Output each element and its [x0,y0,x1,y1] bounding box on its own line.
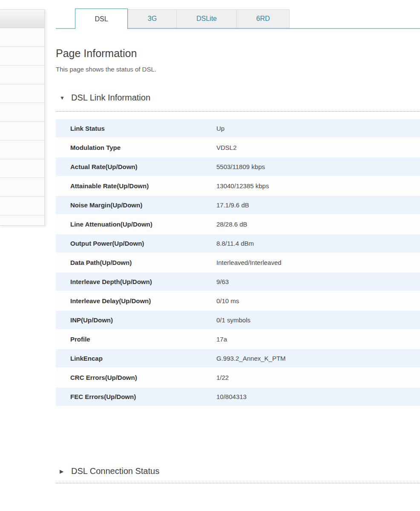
tab-dslite[interactable]: DSLite [176,9,237,28]
row-label: LinkEncap [70,355,216,362]
side-menu [0,9,45,226]
side-menu-item[interactable] [0,66,44,84]
row-value: 9/63 [216,278,229,285]
side-menu-item[interactable] [0,159,44,178]
side-menu-header [0,10,44,28]
side-menu-item[interactable] [0,47,44,66]
dsl-link-information-table: Link Status Up Modulation Type VDSL2 Act… [56,119,420,407]
table-row: CRC Errors(Up/Down) 1/22 [56,368,420,388]
row-label: Interleave Depth(Up/Down) [70,278,216,285]
table-row: Actual Rate(Up/Down) 5503/11809 kbps [56,158,420,177]
main-content: DSL 3G DSLite 6RD Page Information This … [56,0,420,483]
section-title: DSL Connection Status [71,466,159,476]
side-menu-item[interactable] [0,28,44,47]
row-value: 8.8/11.4 dBm [216,240,254,247]
row-label: CRC Errors(Up/Down) [70,374,216,381]
side-menu-item[interactable] [0,84,44,103]
table-row: Noise Margin(Up/Down) 17.1/9.6 dB [56,196,420,215]
row-value: 0/1 symbols [216,316,250,324]
table-row: Output Power(Up/Down) 8.8/11.4 dBm [56,234,420,253]
row-value: 5503/11809 kbps [216,163,265,170]
row-value: Up [216,125,224,132]
row-value: 28/28.6 dB [216,221,247,228]
table-row: Interleave Depth(Up/Down) 9/63 [56,273,420,292]
row-label: Modulation Type [70,144,216,151]
side-menu-item[interactable] [0,215,44,226]
row-value: G.993.2_Annex_K_PTM [216,355,286,362]
row-value: 0/10 ms [216,297,239,304]
row-label: Attainable Rate(Up/Down) [70,182,216,189]
row-label: Interleave Delay(Up/Down) [70,297,216,304]
triangle-right-icon: ▶ [60,468,66,474]
table-row: LinkEncap G.993.2_Annex_K_PTM [56,349,420,368]
table-row: Attainable Rate(Up/Down) 13040/12385 kbp… [56,177,420,196]
side-menu-item[interactable] [0,141,44,159]
row-label: Profile [70,336,216,343]
row-value: VDSL2 [216,144,237,151]
table-row: Interleave Delay(Up/Down) 0/10 ms [56,292,420,311]
wan-status-tabbar: DSL 3G DSLite 6RD [56,9,420,29]
table-row: Link Status Up [56,119,420,138]
row-value: Interleaved/Interleaved [216,259,282,266]
table-row: Profile 17a [56,330,420,349]
section-toggle-dsl-link-information[interactable]: ▼ DSL Link Information [56,93,420,112]
row-value: 17.1/9.6 dB [216,201,249,209]
side-menu-item[interactable] [0,197,44,215]
row-label: Noise Margin(Up/Down) [70,201,216,209]
row-value: 13040/12385 kbps [216,182,269,189]
row-label: Data Path(Up/Down) [70,259,216,266]
table-row: INP(Up/Down) 0/1 symbols [56,311,420,330]
tab-3g[interactable]: 3G [128,9,177,28]
tab-6rd[interactable]: 6RD [236,9,290,28]
section-title: DSL Link Information [71,93,150,103]
row-label: Link Status [70,125,216,132]
page-title: Page Information [56,47,420,60]
page-description: This page shows the status of DSL. [56,66,420,73]
row-value: 17a [216,336,227,343]
table-row: Modulation Type VDSL2 [56,138,420,158]
table-row: FEC Errors(Up/Down) 10/804313 [56,388,420,407]
table-row: Line Attenuation(Up/Down) 28/28.6 dB [56,215,420,234]
side-menu-item[interactable] [0,178,44,197]
row-label: Actual Rate(Up/Down) [70,163,216,170]
triangle-down-icon: ▼ [60,95,66,101]
row-value: 10/804313 [216,393,247,400]
section-toggle-dsl-connection-status[interactable]: ▶ DSL Connection Status [56,466,420,483]
row-label: FEC Errors(Up/Down) [70,393,216,400]
row-label: Output Power(Up/Down) [70,240,216,247]
table-row: Data Path(Up/Down) Interleaved/Interleav… [56,253,420,273]
row-label: Line Attenuation(Up/Down) [70,221,216,228]
row-value: 1/22 [216,374,229,381]
side-menu-item[interactable] [0,122,44,141]
row-label: INP(Up/Down) [70,316,216,324]
side-menu-item[interactable] [0,103,44,122]
tab-dsl[interactable]: DSL [75,9,128,29]
